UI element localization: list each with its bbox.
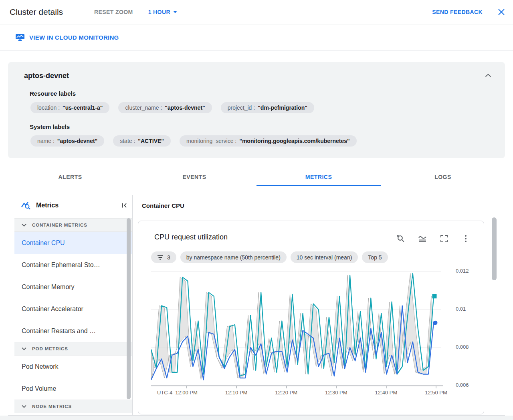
- tab-label: EVENTS: [182, 174, 206, 180]
- x-axis-label: 12:00 PM: [175, 390, 198, 396]
- y-axis-label: 0.008: [456, 344, 469, 350]
- label-chip-value: "aptos-devnet": [57, 138, 97, 144]
- sidebar-header: Metrics: [14, 195, 132, 216]
- cluster-summary-card: aptos-devnet Resource labels location :"…: [8, 62, 505, 158]
- teal-series-end-marker-square: [432, 294, 437, 298]
- tab-events[interactable]: EVENTS: [132, 168, 256, 186]
- sidebar-item-label: Container Memory: [22, 283, 75, 291]
- blue-series-end-marker-circle: [433, 321, 438, 325]
- chevron-down-icon: [22, 347, 26, 350]
- sidebar-item-label: Pod Network: [22, 363, 59, 370]
- top-bar: Cluster details RESET ZOOM 1 HOUR SEND F…: [0, 0, 513, 24]
- sidebar-section-label: NODE METRICS: [32, 404, 72, 409]
- y-axis-label: 0.006: [456, 382, 469, 388]
- tab-label: METRICS: [305, 174, 332, 180]
- chart-toolbar: [396, 234, 471, 243]
- sidebar-section-label: POD METRICS: [32, 346, 68, 351]
- chart-menu-button[interactable]: [461, 234, 471, 243]
- x-axis-label: 12:50 PM: [425, 390, 447, 396]
- label-chip-key: cluster_name :: [125, 104, 162, 111]
- sidebar-scrollbar[interactable]: [127, 218, 131, 399]
- sidebar-item-label: Container Restarts and …: [22, 328, 96, 335]
- label-chip-value: "dm-pcfmigration": [258, 104, 307, 111]
- label-chip-state: state :"ACTIVE": [113, 135, 171, 147]
- zoom-reset-icon: [396, 234, 406, 243]
- chart-type-button[interactable]: [418, 234, 427, 243]
- chart-filter-chips: 3by namespace name (50th percentile)10 s…: [151, 251, 388, 263]
- chart-chip-filter-count[interactable]: 3: [151, 251, 176, 263]
- tab-logs[interactable]: LOGS: [381, 168, 505, 186]
- sidebar-item-pod-volume[interactable]: Pod Volume: [14, 378, 132, 400]
- filter-icon: [157, 255, 164, 260]
- label-chip-location: location :"us-central1-a": [30, 102, 109, 113]
- y-axis-label: 0.01: [456, 306, 466, 312]
- time-range-selector[interactable]: 1 HOUR: [148, 9, 177, 15]
- system-labels-chips: name :"aptos-devnet"state :"ACTIVE"monit…: [30, 135, 489, 147]
- system-labels-heading: System labels: [30, 123, 489, 130]
- tab-bar: ALERTSEVENTSMETRICSLOGS: [8, 168, 505, 186]
- collapse-panel-icon: [121, 202, 128, 209]
- label-chip-value: "us-central1-a": [63, 104, 103, 111]
- send-feedback-button[interactable]: SEND FEEDBACK: [432, 9, 483, 15]
- view-in-monitoring-label: VIEW IN CLOUD MONITORING: [29, 34, 119, 41]
- sidebar-item-label: Container Accelerator: [22, 305, 83, 313]
- sidebar-item-container-ephemeral-sto[interactable]: Container Ephemeral Sto…: [14, 254, 132, 276]
- time-range-label: 1 HOUR: [148, 9, 170, 15]
- chart-zoom-reset-button[interactable]: [396, 234, 406, 243]
- label-chip-value: "monitoring.googleapis.com/kubernetes": [239, 138, 349, 144]
- view-in-monitoring-link[interactable]: VIEW IN CLOUD MONITORING: [15, 34, 119, 42]
- chart-chip-label: Top 5: [368, 254, 382, 261]
- collapse-card-button[interactable]: [485, 72, 491, 79]
- label-chip-cluster_name: cluster_name :"aptos-devnet": [118, 102, 212, 113]
- chart-chip-2[interactable]: 10 sec interval (mean): [291, 251, 358, 263]
- sidebar-section-header-container-metrics[interactable]: CONTAINER METRICS: [14, 218, 132, 232]
- sidebar-item-container-cpu[interactable]: Container CPU: [14, 232, 132, 254]
- sidebar-item-pod-network[interactable]: Pod Network: [14, 356, 132, 378]
- close-button[interactable]: [497, 8, 506, 16]
- label-chip-key: location :: [37, 104, 60, 111]
- sidebar-section-label: CONTAINER METRICS: [32, 223, 87, 227]
- chart-card: CPU request utilization: [138, 221, 484, 414]
- chevron-up-icon: [485, 74, 491, 77]
- metric-panel-title: Container CPU: [133, 195, 505, 216]
- chart-chip-label: 3: [167, 254, 170, 261]
- chart-chip-label: by namespace name (50th percentile): [186, 254, 281, 261]
- tab-alerts[interactable]: ALERTS: [8, 168, 132, 186]
- metrics-content: Metrics CONTAINER METRICSContainer CPUCo…: [8, 186, 505, 416]
- tab-metrics[interactable]: METRICS: [256, 168, 381, 186]
- sidebar-title: Metrics: [36, 202, 121, 209]
- chart-fullscreen-button[interactable]: [439, 234, 449, 243]
- label-chip-project_id: project_id :"dm-pcfmigration": [221, 102, 314, 113]
- chart-title: CPU request utilization: [154, 233, 228, 241]
- collapse-sidebar-button[interactable]: [121, 202, 128, 209]
- reset-zoom-button[interactable]: RESET ZOOM: [94, 9, 133, 15]
- sidebar-item-label: Container Ephemeral Sto…: [22, 261, 100, 269]
- y-axis-label: 0.012: [456, 268, 469, 274]
- monitoring-link-bar: VIEW IN CLOUD MONITORING: [0, 24, 513, 51]
- chart-plot-area[interactable]: [151, 267, 443, 391]
- monitoring-icon: [15, 34, 25, 42]
- tab-label: ALERTS: [59, 174, 82, 180]
- sidebar-item-container-memory[interactable]: Container Memory: [14, 276, 132, 298]
- label-chip-name: name :"aptos-devnet": [30, 135, 104, 147]
- chart-chip-3[interactable]: Top 5: [362, 251, 388, 263]
- sidebar-section-header-pod-metrics[interactable]: POD METRICS: [14, 342, 132, 356]
- sidebar-section-header-node-metrics[interactable]: NODE METRICS: [14, 400, 132, 413]
- sidebar-item-label: Container CPU: [22, 239, 65, 247]
- sidebar-item-container-accelerator[interactable]: Container Accelerator: [14, 298, 132, 320]
- fullscreen-icon: [439, 234, 449, 243]
- area-chart-icon: [418, 234, 427, 243]
- label-chip-key: monitoring_service :: [186, 138, 236, 144]
- main-scrollbar[interactable]: [492, 217, 497, 280]
- chart-chip-1[interactable]: by namespace name (50th percentile): [180, 251, 287, 263]
- metrics-explorer-icon: [21, 201, 31, 210]
- close-icon: [497, 8, 506, 16]
- timezone-label: UTC-4: [157, 390, 172, 396]
- label-chip-key: name :: [37, 138, 55, 144]
- label-chip-value: "ACTIVE": [138, 138, 164, 144]
- label-chip-key: project_id :: [228, 104, 255, 111]
- chart-plot-svg[interactable]: [151, 267, 443, 389]
- x-axis-label: 12:40 PM: [375, 390, 398, 396]
- caret-down-icon: [173, 11, 177, 13]
- sidebar-item-container-restarts-and[interactable]: Container Restarts and …: [14, 320, 132, 342]
